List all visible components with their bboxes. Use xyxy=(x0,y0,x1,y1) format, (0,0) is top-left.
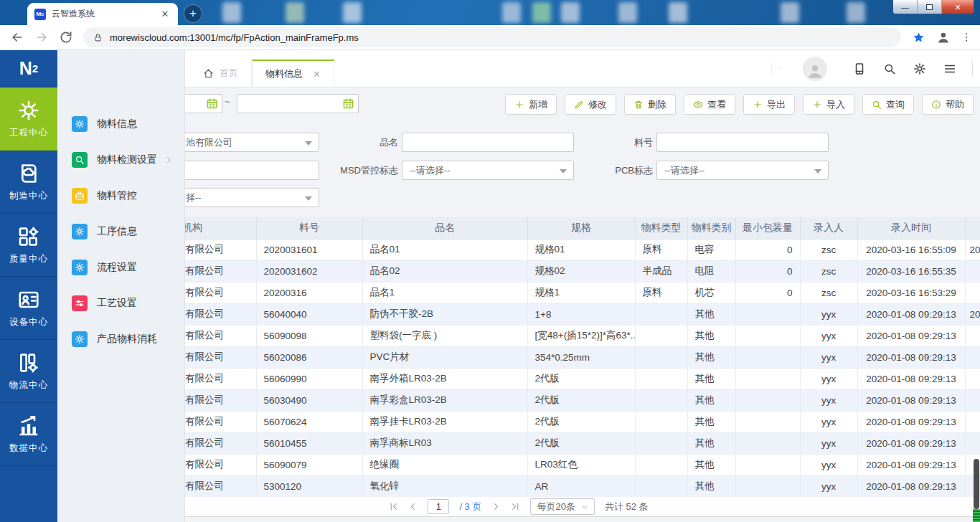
pcb-select[interactable]: --请选择-- xyxy=(656,161,829,180)
导出-button[interactable]: 导出 xyxy=(743,94,795,115)
menu-item-工艺设置[interactable]: 工艺设置 xyxy=(57,285,184,321)
导入-button[interactable]: 导入 xyxy=(803,94,854,115)
查询-button[interactable]: 查询 xyxy=(862,94,914,115)
minimize-button[interactable]: — xyxy=(893,0,918,14)
menu-item-流程设置[interactable]: 流程设置 xyxy=(57,250,184,285)
table-row[interactable]: 有限公司56090098塑料袋(一字底 )[宽48+(插15*2)]*高63*.… xyxy=(129,325,980,346)
table-row[interactable]: 有限公司56010455南孚商标LR032代版其他yyx2020-01-08 0… xyxy=(129,432,980,454)
sidebar-item-制造中心[interactable]: 制造中心 xyxy=(0,151,57,214)
table-row[interactable]: 有限公司56020086PVC片材354*0.25mm其他yyx2020-01-… xyxy=(129,346,980,368)
table-row[interactable]: 有限公司20200316品名1规格1原料机芯0zsc2020-03-16 16:… xyxy=(129,282,980,303)
table-row[interactable]: 有限公司56030490南孚彩盒LR03-2B2代版其他yyx2020-01-0… xyxy=(129,389,980,411)
browser-menu-icon[interactable] xyxy=(961,32,972,43)
back-icon[interactable] xyxy=(10,30,24,44)
table-row[interactable]: 有限公司2020031601品名01规格01原料电容0zsc2020-03-16… xyxy=(129,239,980,260)
app-sidebar: N2 工程中心制造中心质量中心设备中心物流中心数据中心 xyxy=(0,50,57,522)
cell-material-type xyxy=(635,303,687,325)
sidebar-item-物流中心[interactable]: 物流中心 xyxy=(0,340,57,403)
sidebar-item-工程中心[interactable]: 工程中心 xyxy=(0,87,57,151)
column-header xyxy=(965,217,980,239)
next-page-icon[interactable] xyxy=(491,502,501,511)
cell-create-time: 2020-01-08 09:29:13 xyxy=(857,389,965,411)
menu-item-物料管控[interactable]: 物料管控 xyxy=(57,178,184,214)
cell-spec: 2代版 xyxy=(527,411,635,432)
browser-tab[interactable]: Mc 云智造系统 ✕ xyxy=(27,3,178,25)
cell-create-time: 2020-01-08 09:29:13 xyxy=(857,432,965,454)
search-icon xyxy=(72,152,88,168)
cell-creator: yyx xyxy=(800,368,857,389)
cell-part-no: 56020086 xyxy=(256,346,362,368)
reload-icon[interactable] xyxy=(59,30,73,44)
plus-icon xyxy=(812,100,822,110)
cell-material-category: 其他 xyxy=(687,475,735,497)
desktop-strip: Mc 云智造系统 ✕ + — ✕ xyxy=(0,0,980,25)
cell-name: 品名01 xyxy=(362,239,527,260)
menu-item-物料检测设置[interactable]: 物料检测设置 xyxy=(57,142,184,178)
last-page-icon[interactable] xyxy=(511,502,520,511)
url-bar[interactable]: morewiscloud.com:13001/mc/fp/FpAction_ma… xyxy=(83,27,901,47)
新增-button[interactable]: 新增 xyxy=(505,94,557,115)
table-row[interactable]: 有限公司56060990南孚外箱LR03-2B2代版其他yyx2020-01-0… xyxy=(129,368,980,389)
search-icon[interactable] xyxy=(883,62,896,75)
vertical-scrollbar-thumb[interactable] xyxy=(974,459,979,509)
menu-item-产品物料消耗[interactable]: 产品物料消耗 xyxy=(57,321,184,357)
pagination-bar: / 3 页 每页20条 共计 52 条 xyxy=(57,497,980,517)
sidebar-item-数据中心[interactable]: 数据中心 xyxy=(0,403,57,466)
calendar-icon[interactable] xyxy=(342,98,354,110)
date-range-separator: ~ xyxy=(225,96,230,107)
msd-select[interactable]: --请选择-- xyxy=(402,161,574,180)
gear-icon[interactable] xyxy=(913,62,926,75)
save-device-icon[interactable] xyxy=(853,62,866,75)
tab-home[interactable]: 首页 xyxy=(190,60,252,87)
cell-name: 塑料袋(一字底 ) xyxy=(362,325,527,346)
cell-name: PVC片材 xyxy=(362,346,527,368)
avatar[interactable] xyxy=(803,57,827,81)
column-header: 规格 xyxy=(527,217,635,239)
table-row[interactable]: 有限公司5300120氧化锌AR其他yyx2020-01-08 09:29:13 xyxy=(129,475,980,497)
cell-material-category: 其他 xyxy=(687,454,735,475)
scroll-resize-grip[interactable] xyxy=(973,509,980,522)
menu-item-工序信息[interactable]: 工序信息 xyxy=(57,214,184,250)
查看-button[interactable]: 查看 xyxy=(684,94,735,115)
page-size-select[interactable]: 每页20条 xyxy=(530,498,594,515)
table-row[interactable]: 有限公司56040040防伪不干胶-2B1+8其他yyx2020-01-08 0… xyxy=(129,303,980,325)
table-row[interactable]: 有限公司56070624南孚挂卡LR03-2B2代版其他yyx2020-01-0… xyxy=(129,411,980,432)
calendar-icon[interactable] xyxy=(206,98,218,110)
tab-close-icon[interactable]: ✕ xyxy=(159,9,171,20)
hamburger-menu-icon[interactable] xyxy=(943,62,956,75)
header-actions xyxy=(771,50,973,87)
table-row[interactable]: 有限公司2020031602品名02规格02半成品电阻0zsc2020-03-1… xyxy=(129,260,980,282)
cell-name: 南孚彩盒LR03-2B xyxy=(362,389,527,411)
cell-material-type xyxy=(635,432,687,454)
tab-material-info[interactable]: 物料信息 ✕ xyxy=(252,60,334,87)
browser-profile-icon[interactable] xyxy=(936,30,951,44)
close-button[interactable]: ✕ xyxy=(942,0,974,14)
sidebar-item-质量中心[interactable]: 质量中心 xyxy=(0,214,57,277)
menu-item-物料信息[interactable]: 物料信息 xyxy=(57,106,184,142)
first-page-icon[interactable] xyxy=(389,502,398,511)
cell-min-package xyxy=(735,475,800,497)
sliders-icon xyxy=(72,295,88,311)
column-header: 料号 xyxy=(256,217,362,239)
修改-button[interactable]: 修改 xyxy=(565,94,616,115)
帮助-button[interactable]: 帮助 xyxy=(922,94,974,115)
prev-page-icon[interactable] xyxy=(408,502,418,511)
partno-input[interactable] xyxy=(656,133,829,152)
bookmark-star-icon[interactable] xyxy=(913,32,925,44)
date-to-input[interactable] xyxy=(237,94,359,113)
chevron-right-icon[interactable] xyxy=(771,63,783,75)
gear-icon xyxy=(72,331,88,347)
button-label: 查询 xyxy=(886,98,905,111)
maximize-button[interactable] xyxy=(918,0,942,14)
page-input[interactable] xyxy=(428,499,449,514)
tab-close-icon[interactable]: ✕ xyxy=(313,69,321,80)
forward-icon[interactable] xyxy=(34,30,49,44)
删除-button[interactable]: 删除 xyxy=(624,94,676,115)
button-label: 帮助 xyxy=(946,98,964,111)
tab-material-info-label: 物料信息 xyxy=(265,67,303,80)
table-row[interactable]: 有限公司56090079绝缘圈LR03红色其他yyx2020-01-08 09:… xyxy=(129,454,980,475)
name-input[interactable] xyxy=(402,133,574,152)
sidebar-item-设备中心[interactable]: 设备中心 xyxy=(0,277,57,340)
filter-select-3-value: 择-- xyxy=(186,192,202,203)
new-tab-button[interactable]: + xyxy=(184,4,202,23)
